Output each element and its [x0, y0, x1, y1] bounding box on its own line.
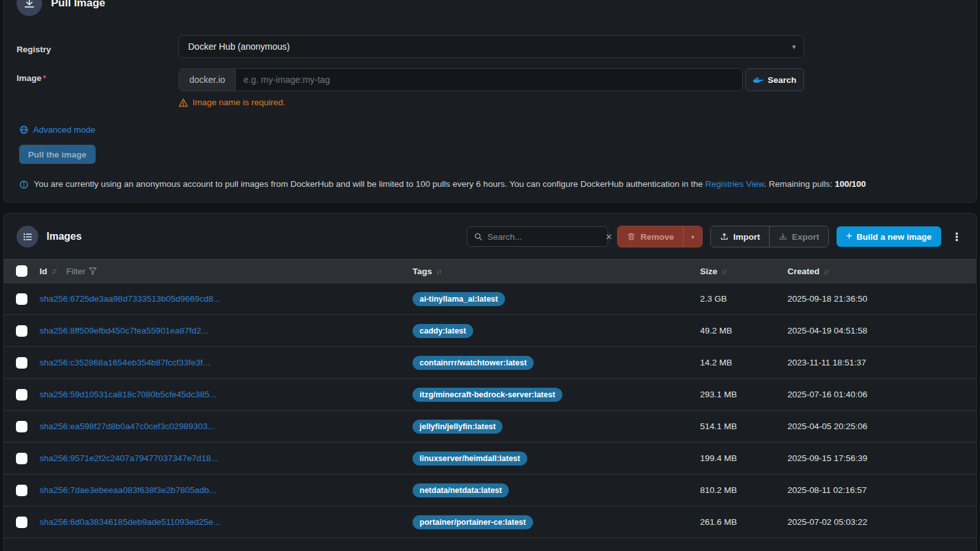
download-icon: [17, 0, 42, 16]
column-header-id[interactable]: Id: [40, 267, 47, 276]
images-panel: Images ✕ Remove ▾: [3, 213, 977, 551]
image-size: 199.4 MB: [700, 453, 787, 463]
warning-icon: [179, 98, 188, 107]
globe-icon: [19, 125, 29, 135]
plus-icon: +: [846, 230, 852, 242]
table-row: sha256:59d10531ca818c7080b5cfe45dc385...…: [4, 379, 976, 411]
images-title: Images: [47, 231, 82, 242]
image-created: 2025-09-15 17:56:39: [787, 453, 976, 463]
build-new-image-button[interactable]: + Build a new image: [837, 226, 941, 247]
image-id-link[interactable]: sha256:ea598f27d8b0a47c0cef3c02989303...: [40, 422, 215, 431]
image-created: 2025-07-16 01:40:06: [787, 390, 976, 399]
row-checkbox[interactable]: [16, 389, 27, 400]
image-created: 2023-11-11 18:51:37: [787, 358, 976, 367]
advanced-mode-link[interactable]: Advanced mode: [19, 125, 963, 135]
image-id-link[interactable]: sha256:6725de3aa98d7333513b05d9669cd8...: [40, 294, 221, 304]
registry-selected-value: Docker Hub (anonymous): [188, 41, 290, 52]
remove-options-dropdown[interactable]: ▾: [683, 226, 702, 247]
upload-icon: [720, 232, 729, 241]
image-created: 2025-04-19 04:51:58: [787, 326, 976, 335]
image-id-link[interactable]: sha256:8ff509efbd450c7fea55901ea87fd2...: [40, 326, 208, 335]
image-created: 2025-08-11 02:16:57: [787, 485, 976, 495]
image-name-input[interactable]: [236, 69, 742, 91]
pull-image-panel: Pull Image Registry Docker Hub (anonymou…: [3, 0, 977, 203]
table-row: sha256:6725de3aa98d7333513b05d9669cd8...…: [4, 283, 976, 315]
filter-funnel-icon: [89, 267, 97, 275]
image-tag-badge[interactable]: jellyfin/jellyfin:latest: [413, 420, 502, 434]
import-export-group: Import Export: [710, 226, 829, 247]
table-row: sha256:8ff509efbd450c7fea55901ea87fd2...…: [4, 315, 976, 347]
remove-button[interactable]: Remove: [618, 226, 684, 247]
clear-search-icon[interactable]: ✕: [606, 232, 613, 242]
column-header-tags[interactable]: Tags: [413, 267, 432, 276]
row-checkbox[interactable]: [16, 325, 27, 337]
registries-view-link[interactable]: Registries View: [705, 179, 764, 189]
pull-image-title: Pull Image: [51, 0, 105, 10]
sort-icon[interactable]: ↓↑: [51, 267, 56, 276]
image-id-link[interactable]: sha256:9571e2f2c2407a79477037347e7d18...: [40, 453, 218, 463]
column-header-created[interactable]: Created: [787, 267, 819, 276]
table-row: sha256:7dae3ebeeaa083f638f3e2b7805adb...…: [4, 474, 976, 506]
row-checkbox[interactable]: [16, 293, 27, 305]
image-label: Image*: [17, 68, 179, 83]
image-size: 49.2 MB: [700, 326, 787, 335]
image-tag-badge[interactable]: netdata/netdata:latest: [413, 483, 509, 497]
image-created: 2025-07-02 05:03:22: [787, 517, 976, 527]
images-search-box: ✕: [467, 226, 608, 247]
table-row: sha256:9571e2f2c2407a79477037347e7d18...…: [4, 443, 976, 474]
required-marker: *: [43, 73, 46, 83]
export-button[interactable]: Export: [769, 226, 828, 247]
table-row: sha256:c352868a1654eb354b87fccf33fe3f...…: [4, 347, 976, 379]
image-id-link[interactable]: sha256:59d10531ca818c7080b5cfe45dc385...: [40, 390, 217, 399]
image-tag-badge[interactable]: itzg/minecraft-bedrock-server:latest: [413, 388, 562, 402]
info-icon: [19, 180, 29, 189]
kebab-menu-icon[interactable]: ⋮: [947, 230, 966, 244]
sort-icon[interactable]: ↓↑: [823, 267, 828, 276]
image-tag-badge[interactable]: portainer/portainer-ce:latest: [413, 515, 533, 529]
pull-the-image-button[interactable]: Pull the image: [19, 145, 96, 164]
image-required-error: Image name is required.: [193, 98, 286, 107]
registry-url-prefix: docker.io: [179, 69, 236, 91]
remove-button-group: Remove ▾: [617, 226, 703, 247]
image-id-link[interactable]: sha256:6d0a38346185deb9ade511093ed25e...: [40, 517, 221, 527]
image-tag-badge[interactable]: containrrr/watchtower:latest: [413, 356, 534, 370]
remaining-pulls-count: 100/100: [835, 179, 866, 189]
image-tag-badge[interactable]: ai-tinyllama_ai:latest: [413, 292, 505, 306]
chevron-down-icon: ▾: [792, 43, 796, 51]
table-row: sha256:ea598f27d8b0a47c0cef3c02989303...…: [4, 411, 976, 443]
image-size: 2.3 GB: [700, 294, 787, 304]
row-checkbox[interactable]: [16, 357, 27, 369]
image-id-link[interactable]: sha256:c352868a1654eb354b87fccf33fe3f...: [40, 358, 210, 367]
list-icon: [17, 226, 38, 247]
image-size: 14.2 MB: [700, 358, 787, 367]
download-tray-icon: [779, 232, 787, 241]
images-table-body: sha256:6725de3aa98d7333513b05d9669cd8...…: [4, 283, 976, 538]
row-checkbox[interactable]: [16, 421, 27, 432]
search-icon: [474, 232, 483, 241]
sort-icon[interactable]: ↓↑: [721, 267, 726, 276]
image-tag-badge[interactable]: caddy:latest: [413, 324, 473, 338]
image-id-link[interactable]: sha256:7dae3ebeeaa083f638f3e2b7805adb...: [40, 485, 216, 495]
next-row-partial: [4, 538, 976, 548]
select-all-checkbox[interactable]: [16, 265, 27, 277]
row-checkbox[interactable]: [16, 485, 27, 496]
image-created: 2025-09-18 21:36:50: [787, 294, 976, 304]
row-checkbox[interactable]: [16, 453, 27, 464]
trash-icon: [627, 232, 636, 241]
image-search-button[interactable]: Search: [745, 68, 804, 91]
row-checkbox[interactable]: [16, 517, 27, 528]
registry-label: Registry: [17, 40, 179, 54]
registry-select[interactable]: Docker Hub (anonymous) ▾: [179, 35, 804, 58]
image-size: 810.2 MB: [700, 485, 787, 495]
sort-icon[interactable]: ↓↑: [435, 267, 441, 276]
image-tag-badge[interactable]: linuxserver/heimdall:latest: [413, 452, 527, 466]
column-header-size[interactable]: Size: [700, 267, 717, 276]
images-search-input[interactable]: [488, 232, 601, 242]
docker-icon: [753, 76, 763, 84]
import-button[interactable]: Import: [711, 226, 769, 247]
id-filter-button[interactable]: Filter: [66, 267, 97, 276]
images-table-header: Id ↓↑ Filter Tags ↓↑ Size ↓↑ Created ↓↑: [4, 259, 976, 283]
anonymous-pull-info: You are currently using an anonymous acc…: [34, 179, 866, 189]
table-row: sha256:6d0a38346185deb9ade511093ed25e...…: [4, 506, 976, 538]
image-size: 293.1 MB: [700, 390, 787, 399]
